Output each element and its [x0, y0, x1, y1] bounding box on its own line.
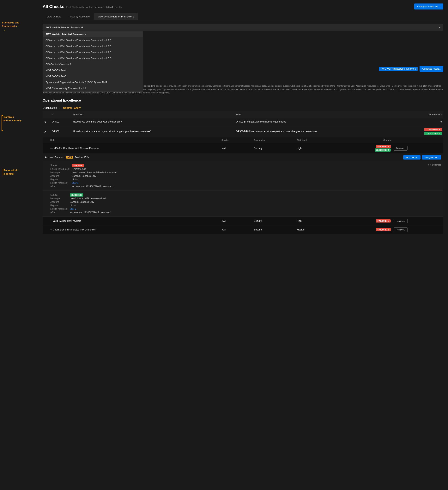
- rule-valid-iam-risk: High: [295, 217, 335, 225]
- expand-ops02-button[interactable]: ∧: [44, 130, 46, 133]
- configured-reports-button[interactable]: Configured reports...: [414, 3, 443, 9]
- send-rule-button[interactable]: Send rule to...: [403, 155, 421, 159]
- org-arrow-icon: ←: [59, 106, 62, 110]
- ops02-title: OPS02-BP06 Mechanisms exist to request a…: [234, 126, 402, 137]
- resource1-arn-value: arn:aws:iam::123456789012:user/user-1: [72, 185, 117, 188]
- col-total-counts: Total counts: [402, 111, 443, 118]
- rule-valid-iam-service: IAM: [220, 217, 253, 225]
- account-row: Account Sandbox AWS Sandbox ENV Send rul…: [42, 154, 443, 161]
- dropdown-item-cis-1-3[interactable]: CIS Amazon Web Services Foundations Benc…: [43, 43, 143, 49]
- resolve-valid-iam-button[interactable]: Resolve...: [394, 219, 407, 223]
- standards-frameworks-text: Standards and Frameworks: [2, 21, 19, 28]
- resource2-detail-table: Status: SUCCESS Message:: [50, 193, 111, 214]
- rule-safelist-service: IAM: [220, 225, 253, 234]
- env-label: Sandbox ENV: [75, 156, 89, 159]
- resource1-failure-label: Failure introduced:: [50, 167, 72, 171]
- dropdown-item-nist-rev5[interactable]: NIST 800-53 Rev5: [43, 73, 143, 79]
- controls-table: ID Question Title Total counts ∨ OPS01 H…: [42, 111, 443, 234]
- resource1-region-value: global: [72, 178, 117, 181]
- dropdown-item-cis-1-4[interactable]: CIS Amazon Web Services Foundations Benc…: [43, 49, 143, 55]
- resource2-status-value: SUCCESS: [70, 193, 83, 197]
- dropdown-menu: AWS Well-Architected Framework CIS Amazo…: [42, 31, 143, 91]
- ops01-total: 0: [402, 118, 443, 126]
- dropdown-item-cis-1-2[interactable]: CIS Amazon Web Services Foundations Benc…: [43, 37, 143, 43]
- resource1-arn-label: ARN:: [50, 185, 72, 188]
- ops02-counts: FAILURE: 9 SUCCESS: 1: [402, 126, 443, 137]
- resource2-arn-label: ARN:: [50, 211, 70, 214]
- dropdown-item-nist-rev4[interactable]: NIST 800-53 Rev4: [43, 67, 143, 73]
- rule-safelist-name: +Check that only safelisted IAM Users ex…: [42, 225, 220, 234]
- dropdown-item-aws-well-architected[interactable]: AWS Well-Architected Framework: [43, 31, 143, 37]
- framework-dropdown[interactable]: AWS Well-Architected Framework CIS Amazo…: [42, 24, 443, 31]
- rule-mfa-service: IAM: [220, 143, 253, 154]
- page-title: All Checks: [42, 4, 65, 9]
- table-row: ∧ OPS02 How do you structure your organi…: [42, 126, 443, 137]
- dropdown-item-soc2[interactable]: System and Organization Controls 2 (SOC …: [43, 79, 143, 85]
- rule-valid-iam-resolve-cell: Resolve...: [392, 217, 443, 225]
- resource1-status-value: FAILURE: [72, 164, 84, 167]
- resource2-link-value[interactable]: user-2: [70, 207, 111, 211]
- dropdown-item-cis-1-5[interactable]: CIS Amazon Web Services Foundations Benc…: [43, 55, 143, 61]
- dropdown-item-cis-controls-v8[interactable]: CIS Controls Version 8: [43, 61, 143, 67]
- table-row: +Check that only safelisted IAM Users ex…: [42, 225, 443, 234]
- resource1-status-label: Status:: [50, 164, 72, 167]
- rule-valid-iam-counts: FAILURE: 5: [335, 217, 392, 225]
- resource1-account-value: Sandbox Sandbox ENV: [72, 174, 117, 178]
- resource2-message-value: user-2 has an MFA device enabled: [70, 197, 111, 200]
- controls-family-text: Controls within a Family: [2, 115, 22, 122]
- resource2-account-label: Account:: [50, 200, 70, 204]
- resource1-link-label: Link to resource:: [50, 181, 72, 185]
- resource2-account-value: Sandbox Sandbox ENV: [70, 200, 111, 204]
- page-subtitle: Last Conformity Bot has performed 24244 …: [66, 6, 122, 9]
- expand-ops01-button[interactable]: ∨: [44, 120, 46, 124]
- rule-safelist-counts: FAILURE: 3: [335, 225, 392, 234]
- ops01-title: OPS01-BP04 Evaluate compliance requireme…: [234, 118, 402, 126]
- rule-safelist-risk: Medium: [295, 225, 335, 234]
- table-row: +Valid IAM Identity Providers IAM Securi…: [42, 217, 443, 225]
- resource-detail-row-1: Status: FAILURE Failure introd: [42, 161, 443, 191]
- configure-rule-button[interactable]: Configure rule...: [422, 155, 441, 159]
- org-label: Organization: [42, 106, 57, 109]
- rule-table: Rule Service Categories Risk level Count…: [42, 137, 443, 234]
- resource1-account-label: Account:: [50, 174, 72, 178]
- col-id: ID: [50, 111, 71, 118]
- framework-dropdown-container: AWS Well-Architected Framework CIS Amazo…: [42, 24, 443, 31]
- suppress-button[interactable]: ◄◄ Suppress: [427, 164, 441, 166]
- generate-report-button[interactable]: Generate report...: [420, 66, 443, 72]
- resource1-region-label: Region:: [50, 178, 72, 181]
- resource1-message-value: user-1 doesn't have an MFA device enable…: [72, 171, 117, 174]
- resource2-arn-value: arn:aws:iam::123456789012:user/user-2: [70, 211, 111, 214]
- table-row: ∨ OPS01 How do you determine what your p…: [42, 118, 443, 126]
- ops02-id: OPS02: [50, 126, 71, 137]
- resource2-message-label: Message:: [50, 197, 70, 200]
- page-header: All Checks Last Conformity Bot has perfo…: [42, 3, 443, 9]
- resource2-status-label: Status:: [50, 193, 70, 197]
- account-label: Account: [45, 156, 53, 159]
- standards-frameworks-arrow: →: [2, 29, 19, 33]
- dropdown-item-nist-csf[interactable]: NIST Cybersecurity Framework v1.1: [43, 85, 143, 91]
- tab-bar: View by Rule View by Resource View by St…: [42, 13, 443, 20]
- aws-badge: AWS: [66, 156, 73, 158]
- rule-mfa-name: —MFA For IAM Users With Console Password: [42, 143, 220, 154]
- framework-badge: AWS Well-Architected Framework: [379, 67, 418, 71]
- rule-valid-iam-name: +Valid IAM Identity Providers: [42, 217, 220, 225]
- resolve-mfa-button[interactable]: Resolve...: [394, 146, 407, 151]
- resource-detail-row-2: Status: SUCCESS Message:: [42, 191, 443, 217]
- account-name: Sandbox: [55, 156, 65, 159]
- tab-view-by-rule[interactable]: View by Rule: [42, 13, 65, 20]
- resolve-safelist-button[interactable]: Resolve...: [394, 227, 407, 232]
- ops01-question: How do you determine what your prioritie…: [71, 118, 234, 126]
- rules-control-annotation: Rules within a control: [2, 169, 18, 176]
- ops01-id: OPS01: [50, 118, 71, 126]
- resource1-message-label: Message:: [50, 171, 72, 174]
- resource1-link-value[interactable]: user-1: [72, 181, 117, 185]
- tab-view-by-standard[interactable]: View by Standard or Framework: [94, 13, 138, 20]
- resource2-region-value: global: [70, 204, 111, 207]
- section-title: Operational Excellence: [42, 98, 443, 104]
- org-row: Organization ← Control Family: [42, 106, 443, 110]
- rule-mfa-risk: High: [295, 143, 335, 154]
- table-row: —MFA For IAM Users With Console Password…: [42, 143, 443, 154]
- tab-view-by-resource[interactable]: View by Resource: [65, 13, 94, 20]
- standards-frameworks-annotation: Standards and Frameworks →: [2, 21, 19, 33]
- rule-valid-iam-categories: Security: [253, 217, 295, 225]
